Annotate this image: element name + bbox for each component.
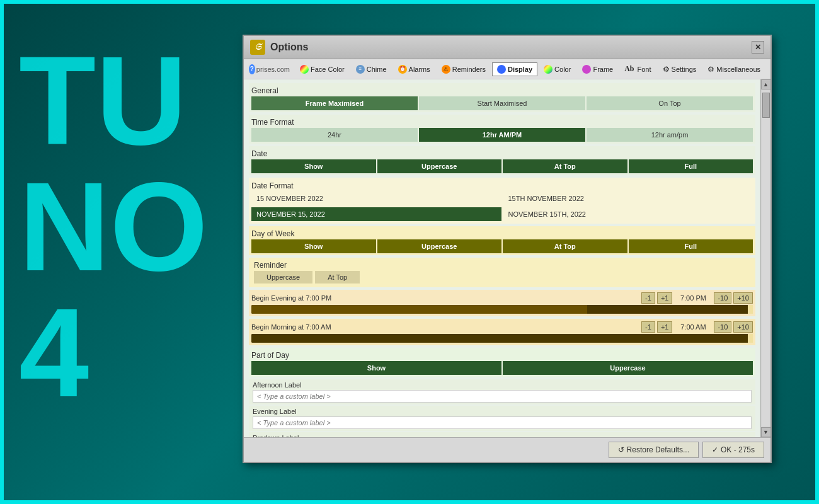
time-12hr-ampm-lower-btn[interactable]: 12hr am/pm bbox=[587, 128, 753, 142]
evening-plus10-btn[interactable]: +10 bbox=[733, 292, 753, 304]
dow-buttons-row: Show Uppercase At Top Full bbox=[251, 239, 753, 253]
font-label: Font bbox=[638, 66, 651, 73]
afternoon-label-input[interactable] bbox=[253, 390, 752, 403]
date-at-top-btn[interactable]: At Top bbox=[503, 159, 627, 173]
date-buttons-row: Show Uppercase At Top Full bbox=[251, 159, 753, 173]
afternoon-label-title: Afternoon Label bbox=[253, 381, 752, 389]
begin-evening-section: Begin Evening at 7:00 PM -1 +1 7:00 PM -… bbox=[249, 290, 755, 316]
dow-full-btn[interactable]: Full bbox=[629, 239, 753, 253]
toolbar-face-color[interactable]: Face Color bbox=[295, 62, 350, 76]
time-12hr-ampm-btn[interactable]: 12hr AM/PM bbox=[419, 128, 585, 142]
evening-slider-thumb[interactable] bbox=[748, 305, 753, 314]
date-format-1[interactable]: 15 NOVEMBER 2022 bbox=[251, 192, 501, 205]
toolbar-settings[interactable]: ⚙ Settings bbox=[658, 62, 702, 76]
title-icon: 𝔖 bbox=[250, 40, 265, 55]
dialog-title-area: 𝔖 Options bbox=[250, 40, 308, 55]
help-icon[interactable]: ? bbox=[249, 64, 255, 74]
begin-evening-slider-row bbox=[251, 305, 753, 314]
reminder-uppercase-btn[interactable]: Uppercase bbox=[254, 271, 312, 284]
dow-at-top-btn[interactable]: At Top bbox=[503, 239, 627, 253]
general-on-top-btn[interactable]: On Top bbox=[587, 96, 753, 110]
toolbar-reminders[interactable]: ⚠ Reminders bbox=[437, 62, 491, 76]
date-show-btn[interactable]: Show bbox=[251, 159, 376, 173]
toolbar-chime[interactable]: ≡ Chime bbox=[351, 62, 392, 76]
evening-label-input[interactable] bbox=[253, 416, 752, 429]
evening-label-section: Evening Label bbox=[249, 406, 755, 431]
pod-show-btn[interactable]: Show bbox=[251, 361, 501, 375]
restore-defaults-button[interactable]: ↺ Restore Defaults... bbox=[609, 442, 699, 458]
toolbar-frame[interactable]: Frame bbox=[577, 62, 618, 76]
scroll-track[interactable] bbox=[762, 90, 770, 427]
begin-evening-slider[interactable] bbox=[251, 305, 753, 314]
general-buttons-row: Frame Maximised Start Maximised On Top bbox=[251, 96, 753, 110]
color-label: Color bbox=[554, 66, 571, 73]
pod-uppercase-btn[interactable]: Uppercase bbox=[503, 361, 753, 375]
begin-morning-slider[interactable] bbox=[251, 334, 753, 343]
face-color-icon bbox=[300, 65, 309, 74]
dialog-toolbar: ? prises.com Face Color ≡ Chime ⏰ Alarms… bbox=[244, 59, 770, 79]
reminders-label: Reminders bbox=[452, 66, 486, 73]
morning-slider-thumb[interactable] bbox=[748, 334, 753, 343]
chime-icon: ≡ bbox=[356, 65, 365, 74]
face-color-label: Face Color bbox=[311, 66, 345, 73]
scroll-up-arrow[interactable]: ▲ bbox=[761, 79, 771, 89]
morning-plus10-btn[interactable]: +10 bbox=[733, 321, 753, 333]
time-24hr-btn[interactable]: 24hr bbox=[251, 128, 418, 142]
morning-time-display: 7:00 AM bbox=[674, 323, 712, 331]
general-start-maximised-btn[interactable]: Start Maximised bbox=[419, 96, 585, 110]
reminder-buttons-row: Uppercase At Top bbox=[254, 271, 750, 284]
close-button[interactable]: ✕ bbox=[752, 41, 764, 54]
bg-line2: NO bbox=[19, 164, 208, 290]
begin-morning-slider-row bbox=[251, 334, 753, 343]
toolbar-miscellaneous[interactable]: ⚙ Miscellaneous bbox=[702, 62, 765, 76]
begin-evening-label-row: Begin Evening at 7:00 PM -1 +1 7:00 PM -… bbox=[251, 292, 753, 304]
settings-icon: ⚙ bbox=[663, 65, 670, 74]
dow-uppercase-btn[interactable]: Uppercase bbox=[377, 239, 502, 253]
frame-icon bbox=[582, 65, 591, 74]
toolbar-display[interactable]: Display bbox=[492, 62, 537, 76]
ok-label: OK - 275s bbox=[721, 445, 755, 454]
afternoon-label-section: Afternoon Label bbox=[249, 379, 755, 404]
evening-minus1-btn[interactable]: -1 bbox=[641, 292, 655, 304]
begin-morning-controls: -1 +1 7:00 AM -10 +10 bbox=[641, 321, 753, 333]
morning-plus1-btn[interactable]: +1 bbox=[657, 321, 673, 333]
date-format-4[interactable]: NOVEMBER 15TH, 2022 bbox=[503, 207, 753, 221]
evening-minus10-btn[interactable]: -10 bbox=[714, 292, 731, 304]
dialog-title-text: Options bbox=[270, 42, 308, 53]
morning-slider-fill bbox=[251, 334, 553, 343]
ok-icon: ✓ bbox=[712, 445, 718, 454]
scroll-down-arrow[interactable]: ▼ bbox=[761, 427, 771, 437]
scroll-thumb[interactable] bbox=[762, 93, 770, 118]
date-section: Date Show Uppercase At Top Full bbox=[249, 146, 755, 175]
begin-evening-label: Begin Evening at 7:00 PM bbox=[251, 294, 331, 302]
frame-label: Frame bbox=[593, 66, 613, 73]
ok-button[interactable]: ✓ OK - 275s bbox=[702, 442, 764, 458]
evening-plus1-btn[interactable]: +1 bbox=[657, 292, 673, 304]
toolbar-color[interactable]: Color bbox=[539, 62, 576, 76]
general-frame-maximised-btn[interactable]: Frame Maximised bbox=[251, 96, 418, 110]
morning-minus10-btn[interactable]: -10 bbox=[714, 321, 731, 333]
begin-morning-label-row: Begin Morning at 7:00 AM -1 +1 7:00 AM -… bbox=[251, 321, 753, 333]
date-uppercase-btn[interactable]: Uppercase bbox=[377, 159, 502, 173]
date-format-label: Date Format bbox=[251, 180, 753, 192]
pod-buttons-row: Show Uppercase bbox=[251, 361, 753, 375]
time-format-section: Time Format 24hr 12hr AM/PM 12hr am/pm bbox=[249, 115, 755, 144]
bg-line1: TU bbox=[19, 38, 208, 164]
date-full-btn[interactable]: Full bbox=[629, 159, 753, 173]
dow-show-btn[interactable]: Show bbox=[251, 239, 376, 253]
website-link: prises.com bbox=[256, 66, 290, 73]
toolbar-font[interactable]: Ab Font bbox=[619, 62, 656, 76]
date-label: Date bbox=[251, 148, 753, 159]
restore-label: Restore Defaults... bbox=[627, 445, 689, 454]
dialog-footer: ↺ Restore Defaults... ✓ OK - 275s bbox=[244, 437, 770, 462]
time-format-buttons-row: 24hr 12hr AM/PM 12hr am/pm bbox=[251, 128, 753, 142]
date-format-3[interactable]: NOVEMBER 15, 2022 bbox=[251, 207, 501, 221]
reminder-section: Reminder Uppercase At Top bbox=[249, 258, 755, 287]
scrollbar: ▲ ▼ bbox=[760, 79, 770, 437]
date-format-grid: 15 NOVEMBER 2022 15TH NOVEMBER 2022 NOVE… bbox=[251, 192, 753, 221]
display-label: Display bbox=[508, 66, 532, 73]
date-format-2[interactable]: 15TH NOVEMBER 2022 bbox=[503, 192, 753, 205]
morning-minus1-btn[interactable]: -1 bbox=[641, 321, 655, 333]
reminder-at-top-btn[interactable]: At Top bbox=[315, 271, 360, 284]
toolbar-alarms[interactable]: ⏰ Alarms bbox=[393, 62, 435, 76]
